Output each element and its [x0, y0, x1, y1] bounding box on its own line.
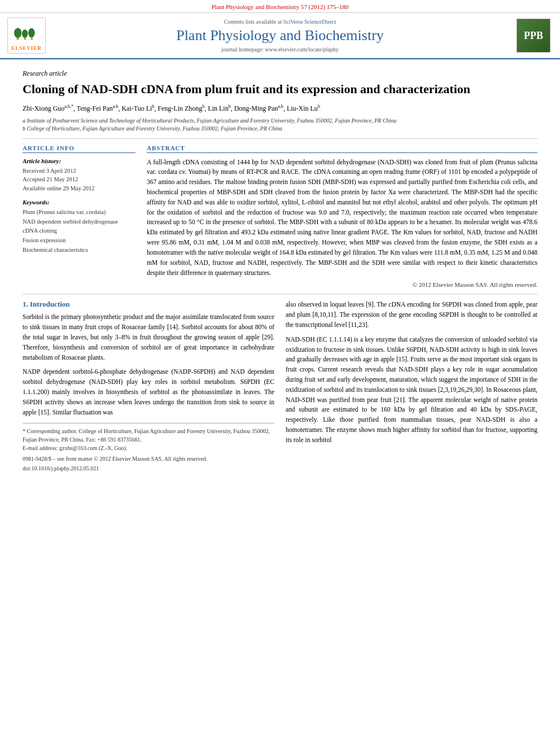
- affiliation-b: b College of Horticulture, Fujian Agricu…: [23, 125, 537, 133]
- copyright-line: © 2012 Elsevier Masson SAS. All rights r…: [147, 281, 537, 288]
- article-info-col: ARTICLE INFO Article history: Received 3…: [23, 145, 135, 289]
- keyword-1: Plum (Prunus salicina var. cordata): [23, 208, 135, 217]
- keywords-label: Keywords:: [23, 199, 135, 206]
- doi-line: doi:10.1016/j.plaphy.2012.05.021: [23, 465, 274, 471]
- article-info-label: ARTICLE INFO: [23, 145, 135, 153]
- accepted-date: Accepted 21 May 2012: [23, 175, 135, 184]
- author-kaituo-li: Kai-Tuo Li: [121, 104, 152, 112]
- intro-para-1: Sorbitol is the primary photosynthetic p…: [23, 312, 274, 362]
- author-dongming-pan: Dong-Ming Pan: [234, 104, 278, 112]
- svg-point-5: [28, 28, 35, 37]
- elsevier-logo-box: ELSEVIER: [7, 18, 46, 54]
- corresponding-author-note: * Corresponding author. College of Horti…: [23, 427, 274, 444]
- body-right-col: also observed in loquat leaves [9]. The …: [286, 300, 537, 471]
- received-date: Received 3 April 2012: [23, 167, 135, 176]
- elsevier-logo-area: ELSEVIER: [7, 18, 46, 54]
- journal-homepage: journal homepage: www.elsevier.com/locat…: [52, 46, 508, 53]
- info-abstract-section: ARTICLE INFO Article history: Received 3…: [23, 145, 537, 289]
- article-title: Cloning of NAD-SDH cDNA from plum fruit …: [23, 81, 537, 98]
- article-type: Research article: [23, 65, 537, 78]
- divider-1: [23, 138, 537, 139]
- svg-point-1: [14, 28, 21, 38]
- keyword-2: NAD dependent sorbitol dehydrogenase: [23, 217, 135, 227]
- ppb-logo: PPB: [517, 19, 550, 53]
- intro-para-2: NADP dependent sorbitol-6-phosphate dehy…: [23, 367, 274, 417]
- elsevier-text: ELSEVIER: [9, 45, 44, 51]
- journal-ref-text: Plant Physiology and Biochemistry 57 (20…: [212, 3, 349, 10]
- history-label: Article history:: [23, 158, 135, 164]
- issn-line: 0981-9428/$ – see front matter © 2012 El…: [23, 456, 274, 462]
- journal-header: ELSEVIER Contents lists available at Sci…: [0, 13, 560, 59]
- elsevier-tree-icon: [12, 20, 41, 43]
- body-left-col: 1. Introduction Sorbitol is the primary …: [23, 300, 274, 471]
- author-fenglin-zhong: Feng-Lin Zhong: [158, 104, 202, 112]
- author-zhixiong-guo: Zhi-Xiong Guo: [23, 104, 64, 112]
- keyword-3: cDNA cloning: [23, 226, 135, 236]
- intro-para-right-2: NAD-SDH (EC 1.1.1.14) is a key enzyme th…: [286, 335, 537, 445]
- author-tengfei-pan: Teng-Fei Pan: [77, 104, 113, 112]
- intro-para-right-1: also observed in loquat leaves [9]. The …: [286, 300, 537, 330]
- abstract-text: A full-length cDNA consisting of 1444 bp…: [147, 158, 537, 278]
- author-liuxin-lu: Liu-Xin Lu: [287, 104, 318, 112]
- email-note: E-mail address: gzxhs@163.com (Z.-X. Guo…: [23, 444, 274, 452]
- intro-heading: 1. Introduction: [23, 300, 274, 309]
- journal-title: Plant Physiology and Biochemistry: [52, 27, 508, 44]
- article-content: Research article Cloning of NAD-SDH cDNA…: [0, 59, 560, 477]
- affiliation-a: a Institute of Postharvest Science and T…: [23, 117, 537, 125]
- journal-reference: Plant Physiology and Biochemistry 57 (20…: [0, 0, 560, 13]
- abstract-label: ABSTRACT: [147, 145, 537, 153]
- abstract-col: ABSTRACT A full-length cDNA consisting o…: [147, 145, 537, 289]
- keyword-5: Biochemical characteristics: [23, 246, 135, 255]
- author-lin-lin: Lin Lin: [208, 104, 228, 112]
- affiliations: a Institute of Postharvest Science and T…: [23, 117, 537, 133]
- sciverse-link[interactable]: SciVerse ScienceDirect: [283, 19, 336, 25]
- body-section: 1. Introduction Sorbitol is the primary …: [23, 300, 537, 471]
- keyword-4: Fusion expression: [23, 236, 135, 246]
- footnote-area: * Corresponding author. College of Horti…: [23, 423, 274, 452]
- ppb-logo-area: PPB: [514, 18, 553, 54]
- sciverse-text: Contents lists available at: [224, 19, 282, 25]
- ppb-label: PPB: [524, 30, 543, 42]
- authors-line: Zhi-Xiong Guoa,b,*, Teng-Fei Pana,b, Kai…: [23, 103, 537, 113]
- divider-2: [23, 294, 537, 294]
- svg-point-3: [22, 29, 28, 38]
- available-date: Available online 29 May 2012: [23, 184, 135, 193]
- journal-title-area: Contents lists available at SciVerse Sci…: [52, 18, 508, 54]
- sciverse-line: Contents lists available at SciVerse Sci…: [52, 19, 508, 25]
